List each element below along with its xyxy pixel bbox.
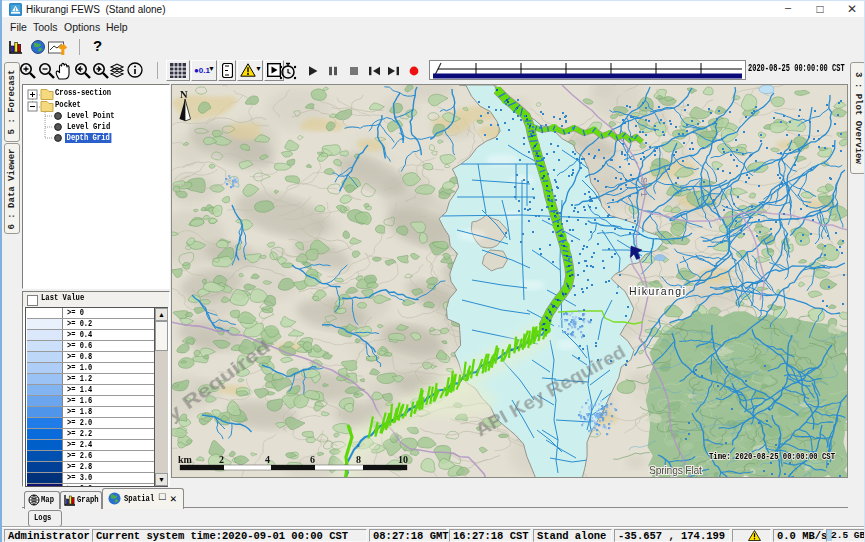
svg-text:4: 4 [265,454,270,465]
svg-text:Hikurangi: Hikurangi [629,285,685,297]
svg-text:10: 10 [398,454,408,465]
svg-text:Springs Flat: Springs Flat [649,464,702,476]
svg-text:km: km [178,454,193,465]
svg-text:N: N [180,89,188,100]
svg-text:Time: 2020-08-25 00:00:00 CST: Time: 2020-08-25 00:00:00 CST [709,452,835,462]
svg-text:SH 1: SH 1 [639,177,649,197]
svg-text:8: 8 [356,454,361,465]
svg-text:6: 6 [310,454,315,465]
svg-text:2: 2 [219,454,224,465]
